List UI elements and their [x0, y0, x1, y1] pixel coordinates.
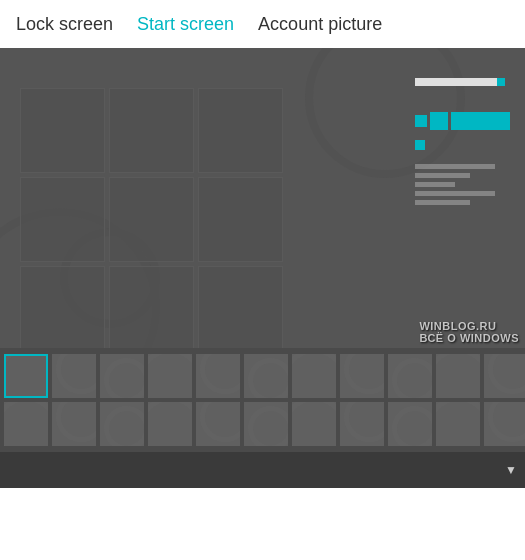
thumb-19[interactable] [388, 402, 432, 446]
tab-lock-screen[interactable]: Lock screen [4, 0, 125, 48]
thumb-5[interactable] [244, 354, 288, 398]
rp-dot-1 [415, 140, 425, 150]
thumb-20[interactable] [436, 402, 480, 446]
tab-start-screen[interactable]: Start screen [125, 0, 246, 48]
thumb-13[interactable] [100, 402, 144, 446]
thumb-1[interactable] [52, 354, 96, 398]
thumb-16[interactable] [244, 402, 288, 446]
rp-mini-bar-5 [415, 200, 470, 205]
tile-0 [20, 88, 105, 173]
thumb-10[interactable] [484, 354, 525, 398]
rp-bar-teal [451, 112, 510, 130]
color-bar: ▼ [0, 452, 525, 488]
tile-3 [20, 177, 105, 262]
preview-area: WINBLOG.RU ВСЁ О WINDOWS [0, 48, 525, 348]
rp-mini-bar-3 [415, 182, 455, 187]
tile-2 [198, 88, 283, 173]
thumb-17[interactable] [292, 402, 336, 446]
thumb-3[interactable] [148, 354, 192, 398]
thumb-6[interactable] [292, 354, 336, 398]
rp-mini-bars [415, 156, 510, 205]
thumb-row-1 [4, 354, 521, 398]
thumb-12[interactable] [52, 402, 96, 446]
thumb-14[interactable] [148, 402, 192, 446]
rp-mini-bar-1 [415, 164, 495, 169]
tile-1 [109, 88, 194, 173]
tile-7 [109, 266, 194, 348]
thumb-4[interactable] [196, 354, 240, 398]
rp-square-teal [430, 112, 448, 130]
thumb-0[interactable] [4, 354, 48, 398]
tile-8 [198, 266, 283, 348]
thumb-7[interactable] [340, 354, 384, 398]
tab-account-picture[interactable]: Account picture [246, 0, 394, 48]
rp-bar-scrollbar [415, 78, 505, 86]
rp-square-indicator [415, 115, 427, 127]
tile-4 [109, 177, 194, 262]
dropdown-arrow-icon[interactable]: ▼ [505, 463, 517, 477]
watermark: WINBLOG.RU ВСЁ О WINDOWS [419, 320, 519, 344]
thumb-21[interactable] [484, 402, 525, 446]
right-panel [415, 78, 510, 205]
thumbnail-strip [0, 348, 525, 452]
thumb-11[interactable] [4, 402, 48, 446]
rp-mini-bar-2 [415, 173, 470, 178]
tiles-grid [20, 88, 283, 348]
thumb-2[interactable] [100, 354, 144, 398]
thumb-15[interactable] [196, 402, 240, 446]
thumb-8[interactable] [388, 354, 432, 398]
rp-mini-bar-4 [415, 191, 495, 196]
thumb-row-2 [4, 402, 521, 446]
rp-selected-row [415, 112, 510, 130]
header: Lock screen Start screen Account picture [0, 0, 525, 48]
tile-5 [198, 177, 283, 262]
thumb-18[interactable] [340, 402, 384, 446]
tile-6 [20, 266, 105, 348]
thumb-9[interactable] [436, 354, 480, 398]
